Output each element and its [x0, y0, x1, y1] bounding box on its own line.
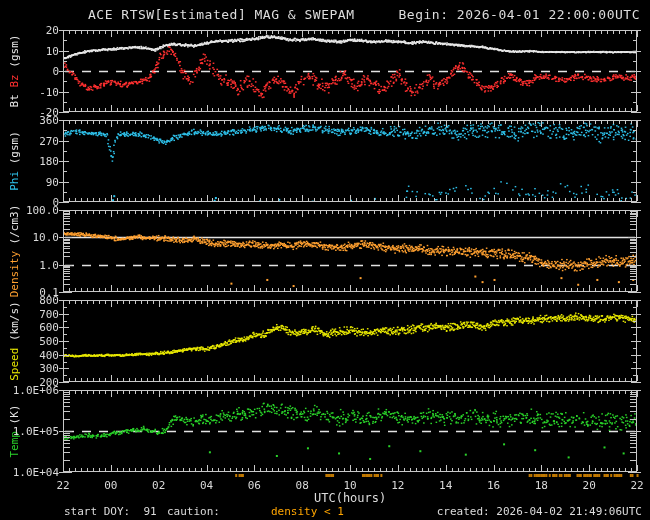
ylabel-part: (gsm) — [8, 131, 21, 171]
y-tick-label: 0 — [52, 65, 59, 78]
y-tick-label: -10 — [39, 86, 59, 99]
y-tick-label: 1.0 — [39, 259, 59, 272]
y-tick-label: 700 — [39, 308, 59, 321]
ylabel-part: (km/s) — [8, 301, 21, 347]
x-tick-label: 22 — [620, 479, 650, 492]
x-axis-label: UTC(hours) — [314, 491, 386, 505]
y-tick-label: 10 — [46, 45, 59, 58]
y-tick-label: 600 — [39, 321, 59, 334]
rtsw-plot-screen: ACE RTSW[Estimated] MAG & SWEPAM Begin: … — [0, 0, 650, 520]
x-tick-label: 14 — [429, 479, 463, 492]
page-title: ACE RTSW[Estimated] MAG & SWEPAM — [88, 7, 354, 22]
y-tick-label: 1.0E+04 — [13, 466, 59, 479]
x-tick-label: 00 — [94, 479, 128, 492]
y-tick-label: 90 — [46, 176, 59, 189]
y-tick-label: 300 — [39, 362, 59, 375]
begin-timestamp: Begin: 2026-04-01 22:00:00UTC — [399, 7, 640, 22]
y-tick-label: 360 — [39, 114, 59, 127]
x-tick-label: 02 — [142, 479, 176, 492]
x-tick-label: 04 — [190, 479, 224, 492]
y-tick-label: 270 — [39, 135, 59, 148]
caution-label: caution: — [167, 505, 220, 518]
plot-canvas — [0, 0, 650, 520]
x-tick-label: 18 — [524, 479, 558, 492]
caution-value: density < 1 — [271, 505, 344, 518]
ylabel-part: Bz — [8, 74, 21, 87]
y-tick-label: 1.0E+05 — [13, 425, 59, 438]
y-tick-label: 180 — [39, 155, 59, 168]
y-tick-label: 400 — [39, 349, 59, 362]
ylabel-part: Bt — [8, 88, 21, 108]
created-timestamp: created: 2026-04-02 21:49:06UTC — [437, 505, 642, 518]
x-tick-label: 22 — [46, 479, 80, 492]
ylabel-part: (/cm3) — [8, 205, 21, 251]
x-tick-label: 06 — [237, 479, 271, 492]
y-tick-label: 800 — [39, 294, 59, 307]
x-tick-label: 20 — [572, 479, 606, 492]
y-tick-label: 1.0E+06 — [13, 384, 59, 397]
y-tick-label: 100.0 — [26, 204, 59, 217]
ylabel-part: (gsm) — [8, 35, 21, 75]
y-tick-label: 500 — [39, 335, 59, 348]
start-doy-label: start DOY: 91 — [64, 505, 157, 518]
y-tick-label: 20 — [46, 24, 59, 37]
ylabel-part: Phi — [8, 171, 21, 191]
x-tick-label: 16 — [477, 479, 511, 492]
y-tick-label: 10.0 — [33, 231, 60, 244]
